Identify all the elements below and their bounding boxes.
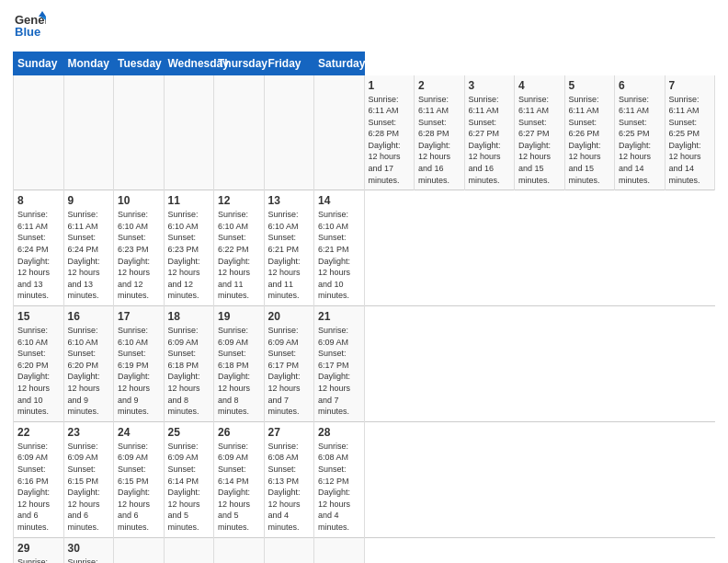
calendar-table: SundayMondayTuesdayWednesdayThursdayFrid… xyxy=(13,52,715,563)
page-container: General Blue SundayMondayTuesdayWednesda… xyxy=(0,0,728,563)
day-cell-content: Sunrise: 6:09 AMSunset: 6:17 PMDaylight:… xyxy=(318,325,360,418)
week-row-5: 29Sunrise: 6:08 AMSunset: 6:12 PMDayligh… xyxy=(14,537,715,563)
day-cell: 26Sunrise: 6:09 AMSunset: 6:14 PMDayligh… xyxy=(214,421,265,537)
day-cell-content: Sunrise: 6:11 AMSunset: 6:24 PMDaylight:… xyxy=(68,209,110,302)
day-cell: 28Sunrise: 6:08 AMSunset: 6:12 PMDayligh… xyxy=(314,421,365,537)
day-cell xyxy=(164,75,214,190)
day-cell: 25Sunrise: 6:09 AMSunset: 6:14 PMDayligh… xyxy=(164,421,214,537)
weekday-header-thursday: Thursday xyxy=(214,52,265,75)
day-cell xyxy=(264,537,314,563)
day-cell-content: Sunrise: 6:11 AMSunset: 6:24 PMDaylight:… xyxy=(17,209,60,302)
weekday-header-tuesday: Tuesday xyxy=(114,52,165,75)
day-cell: 3Sunrise: 6:11 AMSunset: 6:27 PMDaylight… xyxy=(464,75,515,190)
day-cell-content: Sunrise: 6:11 AMSunset: 6:27 PMDaylight:… xyxy=(518,94,561,187)
day-number: 15 xyxy=(17,310,60,323)
day-cell-content: Sunrise: 6:11 AMSunset: 6:28 PMDaylight:… xyxy=(369,94,411,187)
day-cell: 11Sunrise: 6:10 AMSunset: 6:23 PMDayligh… xyxy=(164,190,214,306)
day-cell-content: Sunrise: 6:10 AMSunset: 6:20 PMDaylight:… xyxy=(68,325,110,418)
day-cell-content: Sunrise: 6:09 AMSunset: 6:14 PMDaylight:… xyxy=(218,441,260,534)
day-cell-content: Sunrise: 6:08 AMSunset: 6:12 PMDaylight:… xyxy=(17,557,60,564)
day-cell: 14Sunrise: 6:10 AMSunset: 6:21 PMDayligh… xyxy=(314,190,365,306)
day-cell-content: Sunrise: 6:11 AMSunset: 6:27 PMDaylight:… xyxy=(469,94,511,187)
day-cell-content: Sunrise: 6:10 AMSunset: 6:21 PMDaylight:… xyxy=(318,209,360,302)
day-number: 16 xyxy=(68,310,110,323)
day-number: 1 xyxy=(369,79,411,92)
week-row-3: 15Sunrise: 6:10 AMSunset: 6:20 PMDayligh… xyxy=(14,306,715,422)
weekday-header-saturday: Saturday xyxy=(314,52,365,75)
day-cell xyxy=(164,537,214,563)
weekday-header-friday: Friday xyxy=(264,52,314,75)
day-cell-content: Sunrise: 6:10 AMSunset: 6:20 PMDaylight:… xyxy=(17,325,60,418)
day-cell: 13Sunrise: 6:10 AMSunset: 6:21 PMDayligh… xyxy=(264,190,314,306)
week-row-1: 1Sunrise: 6:11 AMSunset: 6:28 PMDaylight… xyxy=(14,75,715,190)
week-row-4: 22Sunrise: 6:09 AMSunset: 6:16 PMDayligh… xyxy=(14,421,715,537)
day-cell: 27Sunrise: 6:08 AMSunset: 6:13 PMDayligh… xyxy=(264,421,314,537)
day-number: 5 xyxy=(569,79,611,92)
day-number: 12 xyxy=(218,194,260,207)
day-number: 13 xyxy=(268,194,311,207)
day-cell: 17Sunrise: 6:10 AMSunset: 6:19 PMDayligh… xyxy=(114,306,165,422)
day-cell-content: Sunrise: 6:09 AMSunset: 6:15 PMDaylight:… xyxy=(118,441,160,534)
day-number: 17 xyxy=(118,310,160,323)
day-number: 22 xyxy=(17,426,60,439)
day-cell: 15Sunrise: 6:10 AMSunset: 6:20 PMDayligh… xyxy=(14,306,64,422)
day-number: 20 xyxy=(268,310,311,323)
day-cell xyxy=(214,537,265,563)
day-cell: 4Sunrise: 6:11 AMSunset: 6:27 PMDaylight… xyxy=(515,75,565,190)
day-cell: 9Sunrise: 6:11 AMSunset: 6:24 PMDaylight… xyxy=(63,190,114,306)
day-number: 7 xyxy=(669,79,711,92)
day-cell-content: Sunrise: 6:11 AMSunset: 6:25 PMDaylight:… xyxy=(619,94,661,187)
day-cell-content: Sunrise: 6:09 AMSunset: 6:14 PMDaylight:… xyxy=(168,441,210,534)
day-cell xyxy=(314,75,365,190)
day-cell xyxy=(14,75,64,190)
day-number: 4 xyxy=(518,79,561,92)
day-cell: 10Sunrise: 6:10 AMSunset: 6:23 PMDayligh… xyxy=(114,190,165,306)
day-cell: 1Sunrise: 6:11 AMSunset: 6:28 PMDaylight… xyxy=(364,75,415,190)
day-number: 19 xyxy=(218,310,260,323)
day-number: 9 xyxy=(68,194,110,207)
day-cell-content: Sunrise: 6:11 AMSunset: 6:28 PMDaylight:… xyxy=(418,94,461,187)
day-cell: 23Sunrise: 6:09 AMSunset: 6:15 PMDayligh… xyxy=(63,421,114,537)
day-cell: 29Sunrise: 6:08 AMSunset: 6:12 PMDayligh… xyxy=(14,537,64,563)
day-number: 8 xyxy=(17,194,60,207)
day-cell-content: Sunrise: 6:08 AMSunset: 6:13 PMDaylight:… xyxy=(268,441,311,534)
day-number: 21 xyxy=(318,310,360,323)
logo-icon: General Blue xyxy=(13,9,46,46)
day-cell-content: Sunrise: 6:09 AMSunset: 6:17 PMDaylight:… xyxy=(268,325,311,418)
day-cell: 19Sunrise: 6:09 AMSunset: 6:18 PMDayligh… xyxy=(214,306,265,422)
day-cell-content: Sunrise: 6:10 AMSunset: 6:22 PMDaylight:… xyxy=(218,209,260,302)
day-cell-content: Sunrise: 6:08 AMSunset: 6:11 PMDaylight:… xyxy=(68,557,110,564)
day-number: 28 xyxy=(318,426,360,439)
day-cell: 20Sunrise: 6:09 AMSunset: 6:17 PMDayligh… xyxy=(264,306,314,422)
day-cell-content: Sunrise: 6:11 AMSunset: 6:26 PMDaylight:… xyxy=(569,94,611,187)
day-number: 30 xyxy=(68,542,110,555)
day-cell xyxy=(114,75,165,190)
day-cell xyxy=(114,537,165,563)
day-cell: 24Sunrise: 6:09 AMSunset: 6:15 PMDayligh… xyxy=(114,421,165,537)
day-cell xyxy=(314,537,365,563)
day-cell: 8Sunrise: 6:11 AMSunset: 6:24 PMDaylight… xyxy=(14,190,64,306)
day-cell-content: Sunrise: 6:08 AMSunset: 6:12 PMDaylight:… xyxy=(318,441,360,534)
day-number: 6 xyxy=(619,79,661,92)
day-cell xyxy=(63,75,114,190)
day-cell: 7Sunrise: 6:11 AMSunset: 6:25 PMDaylight… xyxy=(665,75,715,190)
day-number: 26 xyxy=(218,426,260,439)
day-cell-content: Sunrise: 6:10 AMSunset: 6:19 PMDaylight:… xyxy=(118,325,160,418)
day-cell: 5Sunrise: 6:11 AMSunset: 6:26 PMDaylight… xyxy=(564,75,615,190)
day-number: 10 xyxy=(118,194,160,207)
svg-text:Blue: Blue xyxy=(15,25,40,39)
weekday-header-wednesday: Wednesday xyxy=(164,52,214,75)
day-cell: 22Sunrise: 6:09 AMSunset: 6:16 PMDayligh… xyxy=(14,421,64,537)
header: General Blue xyxy=(13,9,715,46)
day-number: 2 xyxy=(418,79,461,92)
day-cell xyxy=(214,75,265,190)
day-number: 18 xyxy=(168,310,210,323)
logo: General Blue xyxy=(13,9,46,46)
day-cell: 30Sunrise: 6:08 AMSunset: 6:11 PMDayligh… xyxy=(63,537,114,563)
day-number: 14 xyxy=(318,194,360,207)
day-number: 23 xyxy=(68,426,110,439)
day-cell-content: Sunrise: 6:11 AMSunset: 6:25 PMDaylight:… xyxy=(669,94,711,187)
day-cell-content: Sunrise: 6:10 AMSunset: 6:21 PMDaylight:… xyxy=(268,209,311,302)
day-cell: 12Sunrise: 6:10 AMSunset: 6:22 PMDayligh… xyxy=(214,190,265,306)
day-cell-content: Sunrise: 6:09 AMSunset: 6:15 PMDaylight:… xyxy=(68,441,110,534)
